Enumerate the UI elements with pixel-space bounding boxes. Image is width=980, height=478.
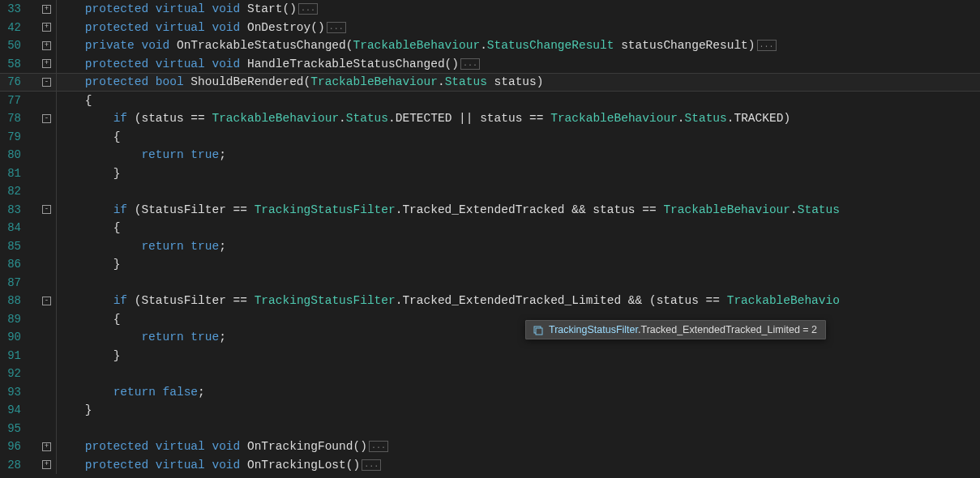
- line-number: 88: [0, 294, 23, 307]
- code-content[interactable]: protected virtual void HandleTrackableSt…: [57, 58, 480, 70]
- code-content[interactable]: protected virtual void OnTrackingLost().…: [57, 459, 381, 472]
- collapsed-region[interactable]: ...: [362, 459, 381, 471]
- code-content[interactable]: protected bool ShouldBeRendered(Trackabl…: [57, 75, 543, 88]
- fold-toggle[interactable]: -: [42, 78, 51, 87]
- fold-toggle[interactable]: -: [42, 114, 51, 123]
- gutter: +: [23, 456, 57, 475]
- gutter: [23, 310, 57, 329]
- code-line[interactable]: 28 + protected virtual void OnTrackingLo…: [0, 456, 980, 475]
- code-content[interactable]: return true;: [57, 240, 226, 253]
- gutter: -: [23, 292, 57, 310]
- enum: TRACKED: [734, 112, 783, 125]
- code-content[interactable]: [57, 276, 64, 289]
- code-content[interactable]: return false;: [57, 386, 205, 399]
- collapsed-region[interactable]: ...: [298, 3, 318, 15]
- code-content[interactable]: if (status == TrackableBehaviour.Status.…: [57, 112, 790, 125]
- line-number: 76: [0, 75, 23, 88]
- code-content[interactable]: }: [57, 403, 92, 416]
- fold-toggle[interactable]: +: [42, 460, 51, 469]
- line-number: 83: [0, 203, 23, 216]
- operator: &&: [571, 203, 585, 216]
- code-line[interactable]: 86 }: [0, 255, 980, 274]
- code-line[interactable]: 83 - if (StatusFilter == TrackingStatusF…: [0, 201, 980, 220]
- code-line[interactable]: 33 + protected virtual void Start()...: [0, 0, 980, 19]
- code-content[interactable]: return true;: [57, 148, 226, 161]
- code-content[interactable]: }: [57, 349, 120, 362]
- code-line[interactable]: 96 + protected virtual void OnTrackingFo…: [0, 437, 980, 456]
- code-line[interactable]: 90 return true;: [0, 328, 980, 347]
- code-content[interactable]: protected virtual void OnDestroy()...: [57, 21, 346, 34]
- code-editor[interactable]: 33 + protected virtual void Start()... 4…: [0, 0, 980, 474]
- line-number: 82: [0, 185, 23, 198]
- svg-rect-1: [536, 328, 542, 335]
- code-line[interactable]: 89 {: [0, 310, 980, 329]
- code-line[interactable]: 88 - if (StatusFilter == TrackingStatusF…: [0, 292, 980, 310]
- type: TrackableBehaviour: [212, 112, 339, 125]
- fold-toggle[interactable]: -: [42, 205, 51, 214]
- code-line[interactable]: 77 {: [0, 92, 980, 110]
- code-line[interactable]: 92: [0, 365, 980, 383]
- fold-toggle[interactable]: +: [42, 41, 51, 50]
- modifiers: protected virtual void: [85, 58, 240, 70]
- fold-toggle[interactable]: +: [42, 59, 51, 68]
- code-line[interactable]: 50 + private void OnTrackableStatusChang…: [0, 36, 980, 55]
- code-line[interactable]: 42 + protected virtual void OnDestroy().…: [0, 19, 980, 37]
- code-content[interactable]: [57, 185, 64, 198]
- gutter: [23, 128, 57, 147]
- type: TrackingStatusFilter: [255, 203, 396, 216]
- code-content[interactable]: protected virtual void OnTrackingFound()…: [57, 440, 388, 453]
- code-content[interactable]: {: [57, 221, 120, 234]
- enum: Tracked_ExtendedTracked_Limited: [402, 294, 621, 307]
- code-line[interactable]: 94 }: [0, 401, 980, 420]
- code-line[interactable]: 91 }: [0, 347, 980, 365]
- gutter: [23, 92, 57, 110]
- gutter: +: [23, 437, 57, 456]
- code-line[interactable]: 79 {: [0, 128, 980, 147]
- line-number: 81: [0, 167, 23, 180]
- brace: {: [113, 313, 121, 326]
- code-content[interactable]: {: [57, 130, 120, 143]
- code-line[interactable]: 93 return false;: [0, 383, 980, 402]
- modifiers: protected virtual void: [85, 440, 240, 453]
- keyword-if: if: [113, 112, 127, 125]
- code-line[interactable]: 80 return true;: [0, 146, 980, 164]
- gutter: [23, 383, 57, 402]
- code-content[interactable]: if (StatusFilter == TrackingStatusFilter…: [57, 294, 840, 307]
- type: Status: [685, 112, 727, 125]
- line-number: 33: [0, 2, 23, 15]
- code-content[interactable]: [57, 367, 64, 380]
- code-line[interactable]: 95: [0, 420, 980, 438]
- gutter: +: [23, 55, 57, 74]
- code-line[interactable]: 85 return true;: [0, 237, 980, 256]
- fold-toggle[interactable]: +: [42, 442, 51, 451]
- code-content[interactable]: {: [57, 94, 92, 107]
- code-content[interactable]: private void OnTrackableStatusChanged(Tr…: [57, 39, 777, 52]
- collapsed-region[interactable]: ...: [460, 58, 480, 70]
- code-content[interactable]: if (StatusFilter == TrackingStatusFilter…: [57, 203, 840, 216]
- code-line[interactable]: 81 }: [0, 164, 980, 183]
- code-content[interactable]: }: [57, 258, 120, 271]
- fold-toggle[interactable]: +: [42, 5, 51, 14]
- code-content[interactable]: [57, 422, 64, 435]
- collapsed-region[interactable]: ...: [757, 40, 777, 51]
- keyword-if: if: [113, 294, 127, 307]
- fold-toggle[interactable]: -: [42, 297, 51, 305]
- collapsed-region[interactable]: ...: [327, 22, 346, 33]
- line-number: 92: [0, 367, 23, 380]
- collapsed-region[interactable]: ...: [369, 441, 388, 452]
- code-content[interactable]: }: [57, 167, 120, 180]
- gutter: [23, 420, 57, 438]
- code-line[interactable]: 82: [0, 182, 980, 201]
- code-line[interactable]: 58 + protected virtual void HandleTracka…: [0, 55, 980, 74]
- code-line[interactable]: 78 - if (status == TrackableBehaviour.St…: [0, 109, 980, 128]
- param-type-member: StatusChangeResult: [487, 39, 614, 52]
- code-line-current[interactable]: 76 - protected bool ShouldBeRendered(Tra…: [0, 73, 980, 92]
- fold-toggle[interactable]: +: [42, 23, 51, 32]
- code-line[interactable]: 84 {: [0, 219, 980, 237]
- code-line[interactable]: 87: [0, 274, 980, 292]
- tooltip-text: TrackingStatusFilter.Tracked_ExtendedTra…: [549, 324, 817, 335]
- param-type: TrackableBehaviour: [310, 75, 438, 88]
- code-content[interactable]: return true;: [57, 331, 226, 344]
- code-content[interactable]: {: [57, 313, 120, 326]
- code-content[interactable]: protected virtual void Start()...: [57, 2, 318, 15]
